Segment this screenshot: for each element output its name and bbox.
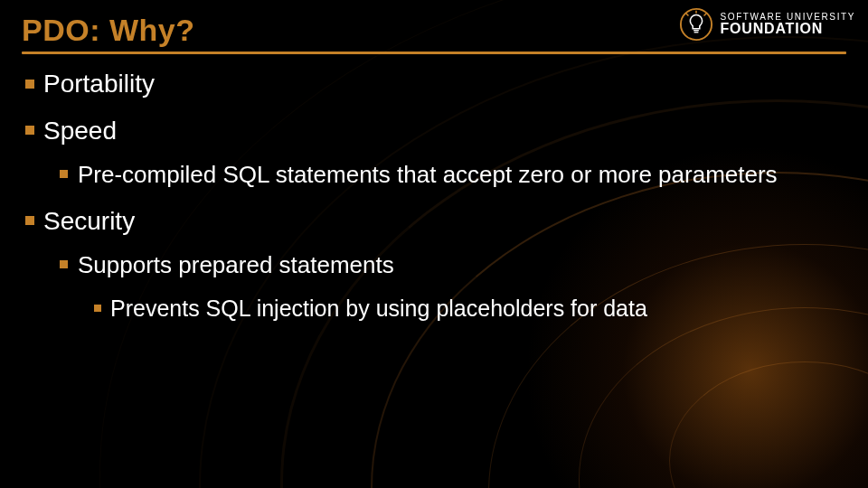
svg-line-4 [703, 14, 706, 16]
brand-logo: SOFTWARE UNIVERSITY FOUNDATION [679, 7, 855, 42]
bullet-text: Supports prepared statements [78, 251, 394, 278]
bullet-text: Security [43, 207, 135, 235]
lightbulb-icon [679, 7, 713, 42]
svg-line-3 [685, 14, 688, 16]
bullet-text: Portability [43, 70, 155, 98]
bullet-level3: Prevents SQL injection by using placehol… [92, 295, 846, 323]
svg-point-0 [680, 9, 711, 40]
bullet-text: Pre-compiled SQL statements that accept … [78, 161, 778, 188]
bullet-list: Portability Speed Pre-compiled SQL state… [22, 69, 846, 323]
bullet-level1: Speed Pre-compiled SQL statements that a… [22, 116, 846, 190]
title-underline [22, 52, 846, 54]
bullet-level1: Portability [22, 69, 846, 99]
bullet-text: Prevents SQL injection by using placehol… [110, 296, 647, 321]
logo-text-bottom: FOUNDATION [721, 22, 855, 36]
bullet-level2: Supports prepared statements Prevents SQ… [58, 250, 846, 323]
slide-body: PDO: Why? Portability Speed Pre-compiled… [0, 0, 868, 488]
bullet-level1: Security Supports prepared statements Pr… [22, 206, 846, 323]
bullet-level2: Pre-compiled SQL statements that accept … [58, 160, 846, 190]
bullet-text: Speed [43, 117, 117, 145]
